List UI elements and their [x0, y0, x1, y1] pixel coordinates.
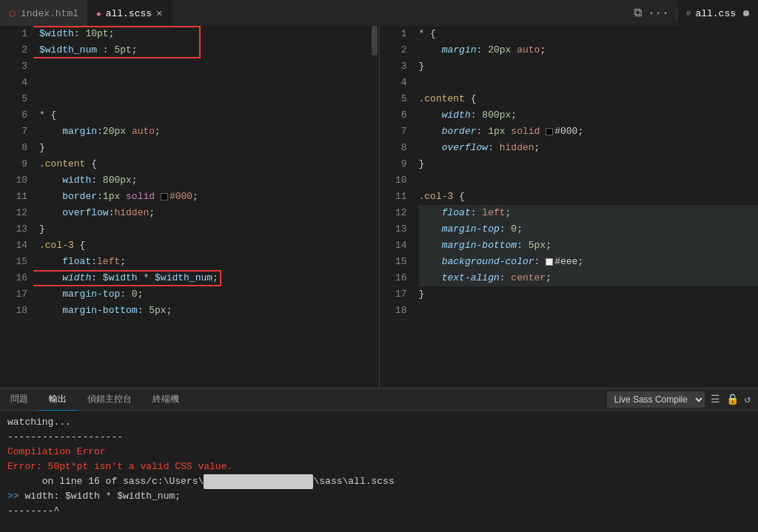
- panel-tab-label-debug: 偵錯主控台: [87, 393, 132, 405]
- editor-split-controls: ⧉ ···: [626, 6, 677, 20]
- hash-icon: #: [686, 9, 691, 18]
- refresh-icon[interactable]: ↺: [745, 393, 751, 405]
- panel-tabs: 問題 輸出 偵錯主控台 終端機 Live Sass Compile ☰ 🔒 ↺: [0, 388, 758, 411]
- output-line-2: --------------------: [7, 430, 751, 445]
- tab-label-all-scss: all.scss: [106, 8, 152, 19]
- output-line-file-ref: on line 16 of sass/c:\Users\ \sass\all.s…: [7, 474, 751, 489]
- scss-icon: ◆: [96, 9, 101, 18]
- scss-line-3: [39, 58, 370, 75]
- scss-line-11: ····border:1px solid #000;: [39, 189, 370, 205]
- css-line-17: }: [419, 286, 759, 303]
- scss-line-14: .col-3 {: [39, 238, 370, 254]
- panel-tab-terminal[interactable]: 終端機: [142, 388, 190, 411]
- panel-tab-label-output: 輸出: [49, 393, 67, 405]
- css-line-5: .content {: [419, 91, 759, 107]
- bottom-panel: 問題 輸出 偵錯主控台 終端機 Live Sass Compile ☰ 🔒 ↺ …: [0, 388, 758, 532]
- scss-line-17: ····margin-top: 0;: [39, 286, 370, 303]
- tab-bar: ⬡ index.html ◆ all.scss ✕ ⧉ ··· # all.cs…: [0, 0, 758, 26]
- panel-tab-problems[interactable]: 問題: [0, 388, 38, 411]
- html-icon: ⬡: [9, 9, 16, 18]
- tab-label-index-html: index.html: [21, 8, 78, 19]
- css-line-10: [419, 172, 759, 189]
- scss-editor: 12345 678910 1112131415 161718 $width: 1…: [0, 26, 380, 388]
- css-line-3: }: [419, 58, 759, 75]
- tab-close-scss[interactable]: ✕: [156, 8, 162, 18]
- scss-scrollbar[interactable]: [370, 26, 379, 388]
- scss-code-content[interactable]: $width: 10pt; $width_num : 5pt; * {: [33, 26, 370, 388]
- output-line-compilation-error: Compilation Error: [7, 445, 751, 459]
- editors-container: 12345 678910 1112131415 161718 $width: 1…: [0, 26, 758, 388]
- scss-line-8: }: [39, 140, 370, 156]
- scss-line-6: * {: [39, 107, 370, 124]
- scss-line-16: ····width: $width * $width_num;: [39, 270, 370, 286]
- sass-compile-dropdown[interactable]: Live Sass Compile: [607, 391, 705, 408]
- scss-scrollbar-thumb[interactable]: [372, 26, 378, 55]
- tab-all-css[interactable]: # all.css: [677, 0, 758, 26]
- css-line-13: ····margin-top: 0;: [419, 221, 759, 238]
- tab-label-all-css: all.css: [695, 8, 736, 19]
- css-line-numbers: 12345 678910 1112131415 161718: [380, 26, 413, 388]
- output-line-caret: --------^: [7, 504, 751, 519]
- css-line-6: ····width: 800px;: [419, 107, 759, 124]
- output-line-code: >> width: $width * $width_num;: [7, 489, 751, 504]
- output-line-1: watching...: [7, 415, 751, 430]
- list-icon[interactable]: ☰: [711, 393, 720, 405]
- split-editor-icon[interactable]: ⧉: [634, 6, 642, 20]
- panel-tab-output[interactable]: 輸出: [38, 388, 77, 411]
- css-line-11: .col-3 {: [419, 189, 759, 205]
- css-line-12: ····float: left;: [419, 205, 759, 221]
- scss-line-2: $width_num : 5pt;: [39, 42, 370, 58]
- css-line-18: [419, 303, 759, 319]
- css-line-2: ····margin: 20px auto;: [419, 42, 759, 58]
- panel-tab-label-terminal: 終端機: [152, 393, 179, 405]
- output-line-error-detail: Error: 50pt*pt isn't a valid CSS value.: [7, 459, 751, 474]
- scss-line-12: ····overflow:hidden;: [39, 205, 370, 221]
- scss-line-4: [39, 75, 370, 91]
- scss-line-13: }: [39, 221, 370, 238]
- scss-line-15: ····float:left;: [39, 254, 370, 270]
- scss-line-numbers: 12345 678910 1112131415 161718: [0, 26, 33, 388]
- panel-icons: ☰ 🔒 ↺: [711, 393, 751, 405]
- css-line-8: ····overflow: hidden;: [419, 140, 759, 156]
- css-line-9: }: [419, 156, 759, 172]
- css-line-4: [419, 75, 759, 91]
- modified-dot: [743, 10, 749, 16]
- scss-line-1: $width: 10pt;: [39, 26, 370, 42]
- scss-line-7: ····margin:20px auto;: [39, 124, 370, 140]
- more-actions-icon[interactable]: ···: [648, 7, 669, 20]
- css-code-content[interactable]: * { ····margin: 20px auto; } .content {: [413, 26, 759, 388]
- css-line-15: ····background-color: #eee;: [419, 254, 759, 270]
- panel-tab-label-problems: 問題: [10, 393, 28, 405]
- lock-icon[interactable]: 🔒: [726, 393, 739, 405]
- tab-all-scss[interactable]: ◆ all.scss ✕: [87, 0, 171, 26]
- scss-line-18: ····margin-bottom: 5px;: [39, 303, 370, 319]
- scss-line-10: ····width: 800px;: [39, 172, 370, 189]
- css-line-14: ····margin-bottom: 5px;: [419, 238, 759, 254]
- css-line-1: * {: [419, 26, 759, 42]
- panel-tab-debug[interactable]: 偵錯主控台: [77, 388, 142, 411]
- panel-tab-actions: Live Sass Compile ☰ 🔒 ↺: [607, 391, 758, 408]
- css-code-area[interactable]: 12345 678910 1112131415 161718 * { ····m…: [380, 26, 759, 388]
- panel-content: watching... -------------------- Compila…: [0, 411, 758, 532]
- scss-line-9: .content {: [39, 156, 370, 172]
- css-editor: 12345 678910 1112131415 161718 * { ····m…: [380, 26, 759, 388]
- scss-line-5: [39, 91, 370, 107]
- scss-code-area[interactable]: 12345 678910 1112131415 161718 $width: 1…: [0, 26, 379, 388]
- css-line-7: ····border: 1px solid #000;: [419, 124, 759, 140]
- tab-index-html[interactable]: ⬡ index.html: [0, 0, 87, 26]
- css-line-16: ····text-align: center;: [419, 270, 759, 286]
- panel-output: watching... -------------------- Compila…: [0, 411, 758, 532]
